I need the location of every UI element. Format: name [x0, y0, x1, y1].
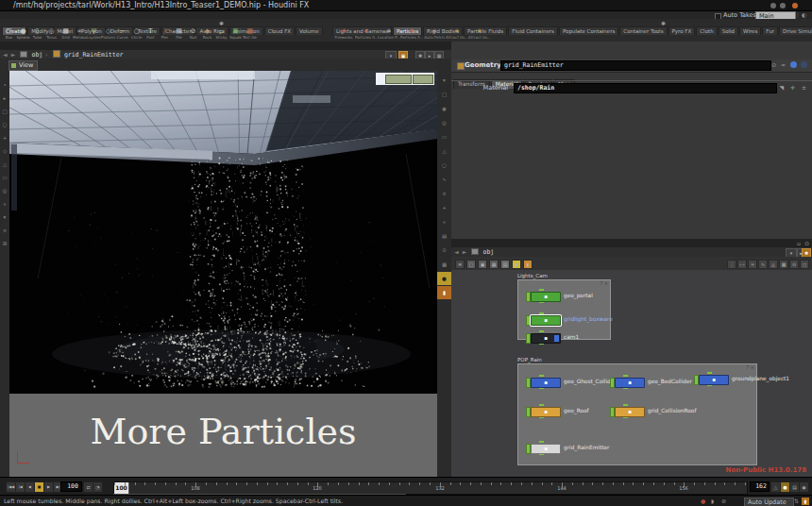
- network-view-icon[interactable]: ◻: [800, 260, 809, 269]
- network-view-icon[interactable]: ◬: [769, 260, 778, 269]
- shelf-tool-rock[interactable]: ◆Rock: [200, 27, 214, 40]
- maximize-button[interactable]: [780, 3, 786, 8]
- node-name-field[interactable]: grid_RainEmitter: [500, 60, 771, 71]
- timeline-ruler[interactable]: 100 108120132144156: [113, 481, 748, 495]
- node-body[interactable]: ▪: [531, 407, 561, 417]
- network-tool-icon[interactable]: ▮: [512, 260, 521, 269]
- realtime-icon[interactable]: ◔: [93, 481, 103, 493]
- viewport-tool-icon[interactable]: ◇: [0, 144, 9, 158]
- forward-icon[interactable]: ►: [11, 51, 16, 58]
- render-flag-icon[interactable]: [801, 61, 807, 68]
- material-path-field[interactable]: /shop/Rain: [514, 83, 777, 93]
- network-view-icon[interactable]: ≈: [748, 260, 757, 269]
- update-mode-selector[interactable]: Auto Update: [744, 498, 794, 506]
- display-option-icon[interactable]: ▭: [437, 130, 451, 143]
- playhead[interactable]: 100: [114, 482, 129, 494]
- display-option-icon[interactable]: □: [437, 88, 451, 101]
- network-view-icon[interactable]: ⊙: [789, 260, 799, 269]
- display-option-icon[interactable]: ●: [437, 272, 451, 285]
- shelf-tool-fireworks[interactable]: ∗Fireworks: [332, 27, 355, 40]
- node-input-connector[interactable]: [539, 375, 544, 377]
- back-icon[interactable]: ◄: [454, 248, 459, 255]
- node-body[interactable]: ▪: [531, 444, 561, 454]
- shelf-gear-icon-2[interactable]: ✱: [661, 20, 666, 26]
- node-body[interactable]: ▪: [531, 292, 561, 302]
- display-option-icon[interactable]: ▮: [437, 286, 451, 299]
- clear-icon[interactable]: ±: [802, 84, 806, 91]
- viewport-tool-icon[interactable]: ▭: [0, 171, 9, 184]
- shelf-tool-squab[interactable]: ▣Squab: [228, 27, 243, 40]
- forward-icon[interactable]: ►: [463, 248, 467, 255]
- shelf-tool-pen[interactable]: ∕Pen: [158, 27, 172, 40]
- shelf-tool-font[interactable]: TFont: [144, 27, 158, 40]
- shelf-tool-torus[interactable]: ◎Torus: [44, 27, 59, 40]
- current-frame-field[interactable]: 100: [60, 481, 82, 492]
- network-box-lights-cam[interactable]: ? ×▪geo_portal▪gridlight_boxware▪cam1: [517, 279, 611, 340]
- node-body[interactable]: ▪: [699, 375, 729, 385]
- node-chooser-icon[interactable]: ◥: [779, 84, 784, 91]
- shelf-tool-null[interactable]: ⊘Null: [186, 27, 200, 40]
- node-body[interactable]: ▪: [615, 378, 645, 388]
- display-option-icon[interactable]: ⊙: [437, 244, 451, 257]
- scene-path-root[interactable]: obj: [31, 51, 42, 59]
- shelf-tab-pyro-fx[interactable]: Pyro FX: [668, 26, 696, 35]
- viewport-tool-icon[interactable]: ¤: [0, 224, 9, 237]
- shelf-tab-wires[interactable]: Wires: [739, 26, 761, 35]
- shelf-tab-volume[interactable]: Volume: [296, 26, 322, 35]
- close-button[interactable]: [792, 3, 798, 8]
- scene-path-node[interactable]: grid_RainEmitter: [64, 51, 124, 59]
- viewport-tool-icon[interactable]: +: [0, 131, 9, 144]
- shelf-tool-tube[interactable]: ▯Tube: [30, 27, 44, 40]
- display-option-icon[interactable]: ▤: [437, 229, 451, 243]
- shelf-tab-container-tools[interactable]: Container Tools: [619, 26, 667, 35]
- viewport-tool-icon[interactable]: «: [0, 197, 9, 211]
- network-tool-icon[interactable]: ▢: [466, 260, 476, 269]
- viewport-tool-icon[interactable]: ⊞: [0, 237, 9, 250]
- op-jump-icon[interactable]: ✛: [790, 84, 795, 91]
- display-option-icon[interactable]: ◉: [437, 102, 451, 115]
- shelf-tab-fur[interactable]: Fur: [762, 26, 778, 35]
- display-option-icon[interactable]: ∿: [437, 173, 451, 186]
- display-option-icon[interactable]: ◎: [437, 116, 451, 129]
- shelf-tab-solid[interactable]: Solid: [719, 26, 738, 35]
- viewport-tool-icon[interactable]: □: [0, 105, 9, 118]
- view-tool-button[interactable]: View: [8, 60, 38, 71]
- shelf-tab-fluid-containers[interactable]: Fluid Containers: [508, 26, 558, 35]
- network-tool-icon[interactable]: ▦: [489, 260, 499, 269]
- shelf-tool-grid[interactable]: ▦Grid: [59, 27, 73, 40]
- display-option-icon[interactable]: ▾: [437, 74, 451, 87]
- shelf-tool-particles-fr[interactable]: ∗Particles fr...: [400, 27, 423, 40]
- display-flag-icon[interactable]: [790, 61, 797, 68]
- shelf-tool-box[interactable]: □Box: [2, 27, 16, 40]
- node-input-connector[interactable]: [623, 375, 628, 377]
- range-end-field[interactable]: 162: [750, 481, 770, 492]
- network-path-root[interactable]: obj: [482, 248, 494, 256]
- display-option-icon[interactable]: ○: [437, 159, 451, 172]
- viewport-tool-icon[interactable]: ▸: [0, 92, 9, 105]
- viewport-tool-icon[interactable]: △: [0, 158, 9, 171]
- shelf-tab-cloud-fx[interactable]: Cloud FX: [264, 26, 295, 35]
- message-icon[interactable]: ◗: [711, 498, 714, 504]
- shelf-tool-attract-us[interactable]: ∗Attract Us...: [468, 27, 491, 40]
- take-spinner-icon[interactable]: ⋮: [795, 11, 801, 18]
- network-tool-icon[interactable]: ▤: [500, 260, 510, 269]
- shelf-tool-attract-us[interactable]: ∗Attract Us...: [446, 27, 468, 40]
- network-view-icon[interactable]: ⋮: [727, 260, 736, 269]
- back-icon[interactable]: ◄: [3, 51, 8, 58]
- playbar-options-icon[interactable]: ◉: [799, 481, 809, 493]
- expression-icon[interactable]: ≈: [781, 61, 786, 68]
- pane-split-icon[interactable]: ▫: [797, 240, 801, 246]
- shelf-tool-curve[interactable]: ~Curve: [115, 27, 129, 40]
- shelf-tool-circle[interactable]: ○Circle: [129, 27, 144, 40]
- netbox-close-icon[interactable]: ? ×: [747, 364, 754, 370]
- shelf-tool-test-geo[interactable]: ▩Test Geo: [243, 27, 257, 40]
- shelf-tool-file[interactable]: ▤File: [172, 27, 186, 40]
- minimize-button[interactable]: [770, 3, 776, 8]
- network-canvas[interactable]: Lights_Cam? ×▪geo_portal▪gridlight_boxwa…: [451, 270, 812, 477]
- search-icon[interactable]: ⊙: [771, 61, 776, 68]
- pane-menu-icon[interactable]: ⊙: [804, 240, 809, 246]
- shelf-tab-cloth[interactable]: Cloth: [696, 26, 717, 35]
- viewport-tool-icon[interactable]: ○: [0, 118, 9, 131]
- network-view-icon[interactable]: ▦: [779, 260, 788, 269]
- shelf-tool-lsystem[interactable]: ΨLsystem: [87, 27, 101, 40]
